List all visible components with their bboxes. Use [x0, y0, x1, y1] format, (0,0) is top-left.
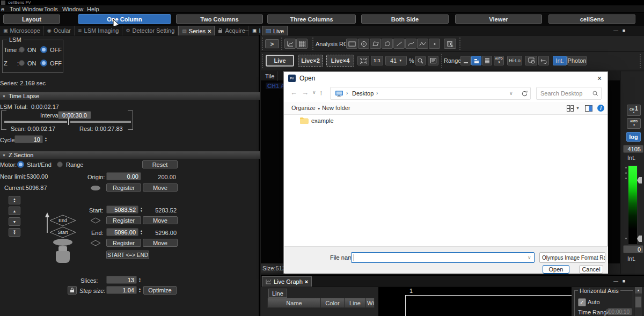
col-color[interactable]: Color	[321, 298, 345, 308]
slices-input[interactable]: 13	[106, 276, 137, 284]
step-spinner[interactable]: ▲▼	[137, 286, 142, 294]
photon-mode-button[interactable]: Photon	[567, 56, 587, 65]
up-icon[interactable]: ↑	[319, 89, 323, 97]
refresh-icon[interactable]	[521, 90, 528, 97]
step-size-input[interactable]: 1.04	[106, 286, 137, 294]
roi-rectangle-button[interactable]	[346, 39, 357, 49]
col-name[interactable]: Name	[267, 298, 321, 308]
origin-register-button[interactable]: Register	[106, 183, 141, 192]
jog-down-button[interactable]: ▼	[9, 217, 20, 226]
lut-low-handle[interactable]	[637, 236, 642, 242]
open-button[interactable]: Open	[543, 265, 569, 274]
start-input[interactable]: 5083.52	[106, 205, 138, 214]
tab-live[interactable]: Live	[262, 26, 288, 35]
time-range-input[interactable]: 000:00:10	[608, 308, 632, 315]
file-name-dropdown-icon[interactable]: ∨	[528, 255, 531, 260]
cellsens-button[interactable]: cellSens	[548, 14, 635, 24]
live-graph-minimize-button[interactable]: —	[612, 278, 619, 284]
two-columns-button[interactable]: Two Columns	[176, 14, 263, 24]
roi-circle-button[interactable]	[358, 39, 369, 49]
live-graph-plot[interactable]: 1	[378, 287, 572, 316]
live-x2-button[interactable]: Live×2	[298, 55, 323, 67]
tab-ocular[interactable]: ◉Ocular	[44, 26, 75, 35]
display-options-button[interactable]	[428, 56, 438, 65]
tab-lsm-imaging[interactable]: ≋LSM Imaging	[75, 26, 122, 35]
address-dropdown-icon[interactable]: ∨	[509, 91, 513, 96]
info-icon[interactable]: i	[597, 105, 604, 112]
file-item-example[interactable]: example	[299, 117, 334, 124]
start-move-button[interactable]: Move	[143, 216, 178, 224]
search-box[interactable]: Search Desktop	[536, 87, 602, 100]
range-mid-button[interactable]	[471, 56, 481, 65]
one-column-button[interactable]: One Column	[78, 14, 171, 24]
col-width[interactable]: Wid	[366, 298, 375, 308]
auto-checkbox[interactable]: ✓	[578, 298, 586, 306]
end-move-button[interactable]: Move	[143, 239, 178, 247]
log-scale-button[interactable]: log	[626, 132, 641, 142]
live-panel-minimize-button[interactable]: —	[612, 27, 619, 34]
roi-curve-button[interactable]	[405, 39, 416, 49]
preview-pane-icon[interactable]	[585, 105, 592, 112]
lut-gradient-bar[interactable]	[628, 165, 638, 245]
both-side-button[interactable]: Both Side	[361, 14, 449, 24]
tab-series-close-icon[interactable]: ×	[208, 28, 211, 34]
roi-line-button[interactable]	[393, 39, 405, 49]
end-input[interactable]: 5096.00	[106, 228, 138, 236]
jog-fast-down-button[interactable]: ▼▼	[9, 228, 20, 237]
forward-icon[interactable]: →	[302, 89, 309, 97]
slices-spinner[interactable]: ▲▼	[137, 276, 142, 284]
time-on-radio[interactable]	[19, 47, 25, 53]
channel-auto-button[interactable]: AUTO ◑	[627, 118, 641, 129]
live-graph-float-button[interactable]: ■	[620, 277, 627, 284]
intensity-mode-button[interactable]: Int.	[553, 56, 567, 65]
menu-item-window[interactable]: Window	[62, 6, 83, 12]
auto-contrast-button[interactable]: AUTO◑	[494, 56, 504, 65]
live-x4-button[interactable]: Live×4	[326, 55, 354, 67]
undo-history-button[interactable]	[538, 56, 549, 65]
range-high-button[interactable]	[482, 56, 492, 65]
origin-move-button[interactable]: Move	[143, 183, 178, 192]
hi-lo-button[interactable]: Hi-Lo	[507, 56, 522, 65]
origin-input[interactable]: 0.00	[106, 172, 141, 180]
roi-polygon-button[interactable]	[370, 39, 381, 49]
motor-range-radio[interactable]	[57, 161, 63, 167]
live-graph-close-icon[interactable]: ×	[305, 278, 308, 285]
scrollbar-thumb[interactable]	[635, 297, 641, 307]
zoom-percent-dropdown[interactable]: 41▼	[385, 56, 407, 65]
cycle-spinner[interactable]: ▲▼	[43, 135, 48, 143]
lut-high-handle[interactable]	[637, 177, 642, 183]
tab-tile[interactable]: Tile	[262, 71, 278, 81]
z-off-radio[interactable]	[40, 60, 47, 67]
dialog-close-button[interactable]: ×	[591, 72, 608, 85]
new-folder-button[interactable]: New folder	[322, 105, 350, 111]
tab-live-graph[interactable]: Live Graph ×	[262, 276, 312, 286]
view-grid-icon[interactable]	[567, 105, 574, 112]
file-name-input[interactable]: ∨	[351, 252, 535, 263]
z-section-header[interactable]: ▼ Z Section	[0, 151, 260, 159]
address-bar[interactable]: › Desktop › ∨	[330, 87, 531, 100]
roi-polyline-button[interactable]	[417, 39, 428, 49]
z-on-radio[interactable]	[19, 60, 25, 66]
back-icon[interactable]: ←	[290, 89, 297, 97]
start-end-swap-button[interactable]: START <=> END	[106, 251, 149, 259]
tab-detector-setting[interactable]: ⚙Detector Setting	[122, 26, 178, 35]
range-max-input[interactable]: 4105	[623, 145, 643, 153]
end-register-button[interactable]: Register	[106, 239, 141, 247]
file-list-area[interactable]: example	[284, 115, 607, 246]
dialog-title-bar[interactable]: FV Open ×	[284, 72, 608, 85]
start-register-button[interactable]: Register	[106, 216, 141, 224]
one-to-one-button[interactable]: 1:1	[371, 56, 383, 65]
live-button[interactable]: Live	[266, 55, 294, 67]
live-graph-scrollbar[interactable]: ▲	[635, 287, 642, 316]
scrollbar-up-button[interactable]: ▲	[635, 287, 642, 293]
menu-item-help[interactable]: Help	[87, 6, 99, 12]
expand-toolbar-button[interactable]: >	[265, 39, 279, 48]
fit-to-window-button[interactable]	[357, 56, 369, 65]
grid-toggle-button[interactable]	[296, 39, 308, 49]
range-low-button[interactable]	[460, 56, 471, 65]
live-panel-float-button[interactable]: ■	[620, 27, 627, 34]
left-panel-float-button[interactable]: ■	[251, 27, 258, 34]
cancel-button[interactable]: Cancel	[579, 265, 603, 274]
tab-line[interactable]: Line	[268, 289, 287, 298]
breadcrumb-desktop[interactable]: Desktop	[352, 90, 374, 97]
